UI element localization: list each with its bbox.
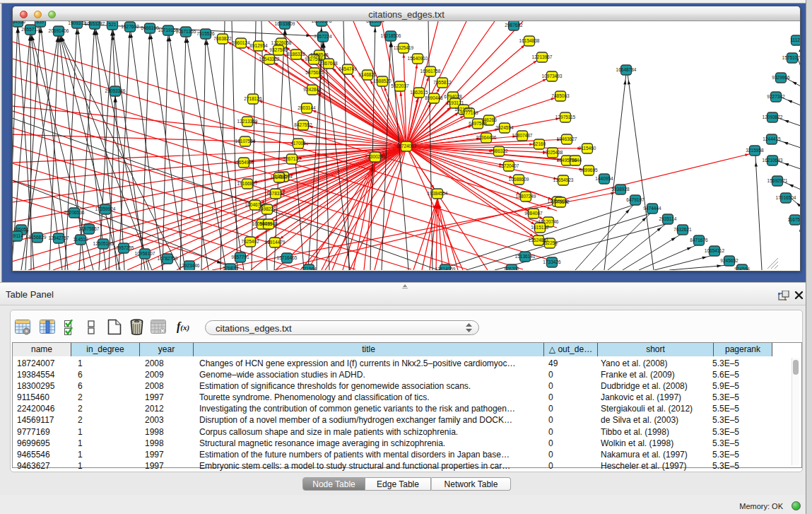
svg-text:19463627: 19463627 (557, 136, 577, 141)
svg-text:7663822: 7663822 (213, 36, 232, 41)
svg-text:16648784: 16648784 (616, 67, 637, 72)
svg-text:10654112: 10654112 (705, 248, 725, 253)
svg-text:8990448: 8990448 (425, 95, 443, 100)
svg-text:9115460: 9115460 (579, 146, 596, 151)
svg-text:9245652: 9245652 (720, 258, 739, 263)
svg-text:12093872: 12093872 (763, 115, 783, 119)
svg-text:29053346: 29053346 (105, 88, 126, 93)
svg-text:8912954: 8912954 (249, 43, 268, 48)
svg-text:16914479: 16914479 (265, 240, 286, 245)
svg-text:10973493: 10973493 (542, 74, 563, 78)
svg-text:8471676: 8471676 (690, 238, 708, 243)
svg-text:9474444: 9474444 (643, 206, 661, 211)
svg-text:2055713: 2055713 (21, 27, 40, 32)
svg-text:20206536: 20206536 (64, 210, 85, 215)
svg-text:9329966: 9329966 (772, 75, 790, 80)
svg-text:20364436: 20364436 (476, 135, 497, 140)
svg-text:1527602: 1527602 (121, 24, 139, 29)
svg-text:16154838: 16154838 (519, 38, 540, 43)
svg-text:30975867: 30975867 (79, 226, 100, 231)
svg-text:835051: 835051 (13, 227, 29, 232)
svg-text:13814059: 13814059 (435, 267, 456, 270)
svg-text:9777169: 9777169 (460, 110, 478, 115)
svg-text:9146821: 9146821 (358, 72, 377, 77)
svg-text:9242848: 9242848 (303, 87, 322, 92)
svg-text:10025438: 10025438 (543, 150, 563, 155)
svg-text:12505135: 12505135 (93, 241, 114, 246)
svg-text:839: 839 (37, 21, 45, 24)
svg-text:576879: 576879 (223, 266, 238, 270)
svg-text:2718126: 2718126 (244, 96, 262, 101)
svg-text:15136141: 15136141 (515, 254, 536, 259)
svg-text:3267130: 3267130 (283, 156, 301, 161)
svg-text:16961758: 16961758 (420, 69, 441, 74)
svg-text:15640910: 15640910 (408, 56, 428, 61)
svg-text:12975115: 12975115 (555, 115, 576, 119)
svg-text:10996178: 10996178 (312, 21, 332, 23)
svg-text:8678334: 8678334 (266, 191, 285, 196)
svg-text:17359924: 17359924 (95, 206, 116, 211)
svg-text:12942757: 12942757 (49, 235, 69, 240)
svg-text:8186328: 8186328 (287, 52, 305, 57)
svg-text:924564: 924564 (734, 267, 750, 270)
svg-text:17016504: 17016504 (776, 195, 796, 200)
svg-text:19384554: 19384554 (428, 191, 448, 196)
svg-text:62160: 62160 (533, 141, 546, 146)
svg-text:9857791: 9857791 (231, 255, 249, 259)
svg-text:12923446: 12923446 (180, 263, 200, 268)
svg-text:1193171: 1193171 (447, 100, 464, 105)
svg-text:876201: 876201 (504, 267, 519, 270)
svg-text:19166827: 19166827 (237, 181, 258, 186)
svg-text:1588520: 1588520 (373, 78, 392, 83)
svg-text:1362615: 1362615 (410, 90, 428, 95)
svg-text:8427552: 8427552 (294, 122, 312, 127)
svg-text:12213967: 12213967 (532, 54, 553, 59)
svg-text:11121: 11121 (790, 37, 800, 42)
svg-text:10807487: 10807487 (512, 133, 533, 138)
svg-text:13226058: 13226058 (271, 40, 292, 45)
svg-text:7955812: 7955812 (433, 80, 452, 85)
svg-text:7632621: 7632621 (673, 227, 692, 232)
svg-text:3624554: 3624554 (495, 125, 514, 130)
svg-text:23300295: 23300295 (365, 154, 386, 159)
svg-text:3498222: 3498222 (258, 206, 276, 211)
svg-text:13654923: 13654923 (553, 177, 574, 182)
svg-text:771564: 771564 (301, 267, 317, 270)
svg-text:17957255: 17957255 (114, 245, 134, 250)
svg-text:6794028: 6794028 (444, 94, 462, 99)
svg-text:1615132: 1615132 (531, 225, 549, 230)
svg-text:1909379: 1909379 (68, 21, 86, 25)
svg-text:1934867: 1934867 (270, 175, 288, 180)
svg-text:1440954: 1440954 (595, 176, 613, 181)
svg-text:9899695: 9899695 (579, 168, 598, 173)
svg-text:9327506: 9327506 (269, 47, 288, 52)
svg-text:16107554: 16107554 (235, 139, 256, 144)
svg-text:19654985: 19654985 (234, 160, 254, 165)
svg-text:9084067: 9084067 (524, 211, 543, 216)
svg-text:2987682: 2987682 (505, 23, 523, 28)
svg-text:39114: 39114 (13, 233, 23, 238)
svg-text:1075692: 1075692 (551, 199, 570, 204)
svg-text:16033809: 16033809 (275, 21, 295, 26)
svg-text:1156829: 1156829 (29, 235, 47, 240)
svg-text:15751074: 15751074 (782, 55, 800, 60)
svg-text:5938928: 5938928 (611, 187, 630, 192)
svg-text:10653287: 10653287 (85, 21, 105, 26)
svg-text:15692971: 15692971 (767, 178, 788, 183)
svg-text:78644: 78644 (569, 158, 582, 163)
svg-text:2935114: 2935114 (659, 216, 677, 221)
svg-text:5322037: 5322037 (391, 83, 409, 88)
svg-text:7485063: 7485063 (551, 93, 570, 98)
svg-text:164956: 164956 (13, 21, 25, 24)
svg-text:7625402: 7625402 (241, 239, 259, 244)
svg-text:8454749: 8454749 (339, 66, 357, 71)
svg-text:15720407: 15720407 (499, 163, 519, 168)
svg-text:6479197: 6479197 (626, 197, 645, 202)
svg-text:252254: 252254 (542, 240, 558, 245)
svg-text:1733426: 1733426 (543, 259, 561, 264)
svg-text:1244415: 1244415 (763, 136, 781, 141)
svg-text:6497568: 6497568 (469, 121, 487, 126)
svg-text:18807249: 18807249 (516, 194, 536, 199)
svg-text:417006: 417006 (290, 141, 306, 146)
svg-text:10688609: 10688609 (509, 177, 529, 182)
